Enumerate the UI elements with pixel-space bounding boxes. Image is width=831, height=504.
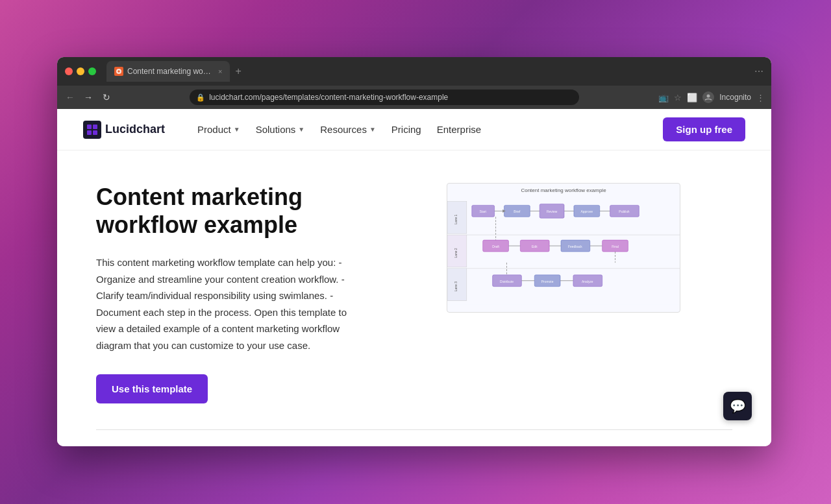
diagram-title: Content marketing workflow example <box>447 184 680 195</box>
logo-icon <box>83 121 101 139</box>
nav-link-pricing-label: Pricing <box>391 124 421 135</box>
nav-link-solutions-label: Solutions <box>256 124 296 135</box>
incognito-label: Incognito <box>719 93 751 102</box>
svg-rect-4 <box>87 130 92 135</box>
tab-area: Content marketing workflow e... × + <box>106 61 749 82</box>
nav-link-enterprise-label: Enterprise <box>437 124 481 135</box>
incognito-avatar <box>702 91 714 103</box>
workflow-diagram[interactable]: Content marketing workflow example Lane … <box>447 183 680 313</box>
browser-tab[interactable]: Content marketing workflow e... × <box>106 61 230 82</box>
svg-text:Distribute: Distribute <box>500 280 514 283</box>
product-chevron-icon: ▼ <box>234 126 240 133</box>
page-divider <box>96 429 732 430</box>
nav-link-pricing[interactable]: Pricing <box>385 120 428 139</box>
address-bar-actions: 📺 ☆ ⬜ Incognito ⋮ <box>658 91 765 103</box>
nav-link-enterprise[interactable]: Enterprise <box>430 120 488 139</box>
browser-more-button[interactable]: ⋯ <box>754 66 763 77</box>
profile-icon: ⬜ <box>687 93 697 102</box>
tab-close-button[interactable]: × <box>218 67 222 75</box>
browser-chrome: Content marketing workflow e... × + ⋯ <box>57 57 771 86</box>
close-button[interactable] <box>65 67 73 75</box>
page-title: Content marketing workflow example <box>96 183 369 239</box>
diagram-svg: Lane 1 Lane 2 Lane 3 Start Brief <box>447 195 680 305</box>
svg-text:Publish: Publish <box>619 210 630 213</box>
page-content: Lucidchart Product ▼ Solutions ▼ Resourc… <box>57 109 771 446</box>
hero-left: Content marketing workflow example This … <box>96 183 369 403</box>
solutions-chevron-icon: ▼ <box>298 126 304 133</box>
svg-rect-5 <box>93 130 97 135</box>
hero-description: This content marketing workflow template… <box>96 254 369 354</box>
nav-links: Product ▼ Solutions ▼ Resources ▼ Pricin… <box>191 120 663 139</box>
traffic-lights <box>65 67 96 75</box>
browser-window: Content marketing workflow e... × + ⋯ ← … <box>57 57 771 446</box>
svg-point-1 <box>707 95 710 98</box>
lock-icon: 🔒 <box>196 93 205 102</box>
use-template-button[interactable]: Use this template <box>96 374 208 403</box>
chat-widget[interactable]: 💬 <box>723 392 752 420</box>
nav-link-solutions[interactable]: Solutions ▼ <box>249 120 312 139</box>
address-bar[interactable]: 🔒 lucidchart.com/pages/templates/content… <box>190 90 579 105</box>
forward-button[interactable]: → <box>82 92 95 102</box>
svg-text:Brief: Brief <box>514 210 521 213</box>
svg-text:Draft: Draft <box>492 245 499 248</box>
back-button[interactable]: ← <box>64 92 77 102</box>
sign-up-button[interactable]: Sign up free <box>663 117 745 141</box>
tab-title: Content marketing workflow e... <box>127 67 212 76</box>
resources-chevron-icon: ▼ <box>369 126 376 133</box>
address-bar-row: ← → ↻ 🔒 lucidchart.com/pages/templates/c… <box>57 86 771 109</box>
refresh-button[interactable]: ↻ <box>100 92 113 102</box>
bookmark-icon[interactable]: ☆ <box>674 93 682 102</box>
svg-text:Approve: Approve <box>581 210 593 213</box>
svg-text:Feedback: Feedback <box>568 245 582 248</box>
minimize-button[interactable] <box>77 67 84 75</box>
svg-text:Lane 2: Lane 2 <box>454 248 458 258</box>
svg-text:Lane 1: Lane 1 <box>454 214 458 224</box>
hero-section: Content marketing workflow example This … <box>57 150 771 429</box>
svg-text:Edit: Edit <box>532 245 538 248</box>
cast-icon: 📺 <box>658 93 669 102</box>
menu-icon[interactable]: ⋮ <box>756 93 765 102</box>
svg-text:Start: Start <box>479 210 486 213</box>
nav-link-resources[interactable]: Resources ▼ <box>314 120 382 139</box>
hero-right: Content marketing workflow example Lane … <box>395 183 732 313</box>
svg-text:Analyze: Analyze <box>582 280 593 283</box>
chat-icon: 💬 <box>730 398 746 414</box>
logo-text: Lucidchart <box>105 123 165 136</box>
svg-rect-2 <box>87 125 92 129</box>
svg-text:Lane 3: Lane 3 <box>454 282 458 291</box>
svg-rect-3 <box>93 125 97 129</box>
new-tab-button[interactable]: + <box>235 66 241 77</box>
url-text: lucidchart.com/pages/templates/content-m… <box>209 93 448 102</box>
svg-text:Review: Review <box>547 210 558 213</box>
nav-link-product[interactable]: Product ▼ <box>191 120 247 139</box>
maximize-button[interactable] <box>88 67 96 75</box>
nav-link-product-label: Product <box>197 124 231 135</box>
tab-favicon <box>114 67 123 76</box>
nav-link-resources-label: Resources <box>320 124 367 135</box>
svg-text:Final: Final <box>612 245 619 248</box>
svg-text:Promote: Promote <box>541 280 554 283</box>
logo-area[interactable]: Lucidchart <box>83 121 165 139</box>
navigation-bar: Lucidchart Product ▼ Solutions ▼ Resourc… <box>57 109 771 150</box>
